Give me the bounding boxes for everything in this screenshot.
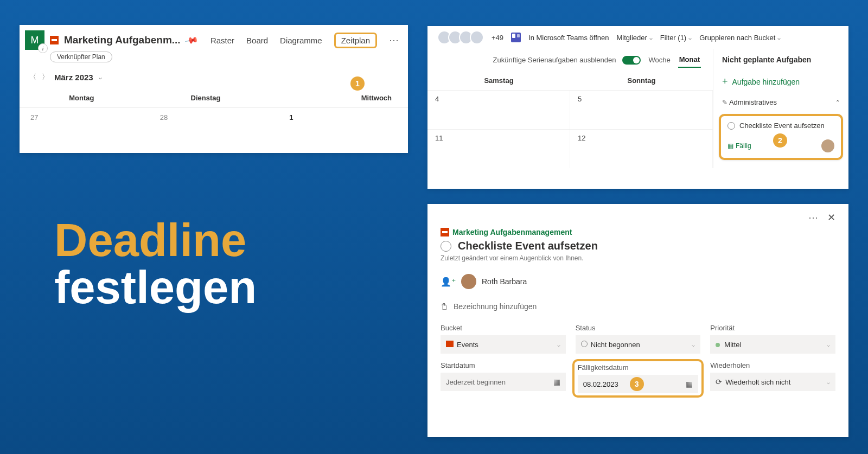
member-avatars[interactable] — [437, 30, 484, 44]
plan-logo — [50, 36, 59, 44]
hide-recurring-label: Zukünftige Serienaufgaben ausblenden — [493, 56, 616, 64]
duedate-label: Fälligkeitsdatum — [578, 363, 699, 372]
plus-icon: + — [722, 76, 728, 87]
plan-tile-letter: M — [31, 35, 39, 46]
open-in-teams-link[interactable]: In Microsoft Teams öffnen — [528, 34, 609, 42]
status-dropdown[interactable]: Nicht begonnen ⌵ — [576, 335, 701, 354]
more-members-count[interactable]: +49 — [492, 34, 503, 42]
month-label[interactable]: März 2023 — [54, 73, 93, 82]
chevron-down-icon: ⌵ — [827, 342, 830, 348]
more-menu-icon[interactable]: ⋯ — [389, 34, 399, 46]
tab-board[interactable]: Board — [246, 36, 268, 45]
cell-12[interactable]: 12 — [570, 130, 713, 168]
panel-zeitplan: M i Marketing Aufgabenm... 📌 Raster Boar… — [20, 25, 408, 153]
headline-line2: festlegen — [54, 263, 257, 311]
add-task-label: Aufgabe hinzufügen — [732, 78, 800, 86]
task-card[interactable]: Checkliste Event aufsetzen ▦ Fällig 2 — [719, 114, 843, 160]
calendar-month: Zukünftige Serienaufgaben ausblenden Woc… — [427, 49, 713, 168]
close-icon[interactable]: ✕ — [827, 212, 835, 223]
day-sun: Sonntag — [570, 71, 713, 90]
plan-logo-icon — [441, 228, 449, 236]
day-sat: Samstag — [427, 71, 570, 90]
repeat-icon: ⟳ — [716, 378, 722, 386]
tab-zeitplan[interactable]: Zeitplan — [334, 33, 377, 48]
view-week-tab[interactable]: Woche — [647, 53, 671, 67]
panel-task-detail: ⋯ ✕ Marketing Aufgabenmanagement Checkli… — [427, 204, 848, 437]
day-wed: Mittwoch — [267, 88, 408, 107]
pencil-icon: ✎ — [722, 99, 727, 106]
chevron-down-icon: ⌵ — [557, 342, 560, 348]
chevron-up-icon: ⌃ — [835, 99, 840, 105]
teams-icon — [511, 33, 521, 42]
status-label: Status — [576, 324, 701, 332]
priority-dot-icon — [716, 343, 720, 347]
pin-icon[interactable]: 📌 — [184, 33, 199, 47]
priority-dropdown[interactable]: Mittel ⌵ — [710, 335, 835, 354]
view-month-tab[interactable]: Monat — [678, 52, 701, 68]
task-title[interactable]: Checkliste Event aufsetzen — [458, 240, 598, 252]
unplanned-tasks-header: Nicht geplante Aufgaben — [719, 49, 843, 71]
assignee-row[interactable]: 👤⁺ Roth Barbara — [441, 274, 835, 289]
month-dropdown-icon[interactable]: ⌵ — [99, 74, 102, 80]
unplanned-tasks-panel: Nicht geplante Aufgaben + Aufgabe hinzuf… — [713, 49, 848, 168]
members-dropdown[interactable]: Mitglieder⌵ — [616, 34, 652, 42]
add-label-button[interactable]: 🏷 Bezeichnung hinzufügen — [441, 302, 835, 311]
callout-2: 2 — [773, 133, 787, 148]
calendar-icon: ▦ — [553, 378, 560, 386]
assignee-name: Roth Barbara — [482, 277, 527, 286]
status-circle-icon — [581, 341, 588, 347]
bucket-header-admin[interactable]: ✎ Administratives ⌃ — [719, 93, 843, 112]
add-person-icon[interactable]: 👤⁺ — [441, 277, 456, 287]
calendar-header: Montag Dienstag Mittwoch — [20, 88, 408, 107]
cell-1[interactable]: 1 — [278, 107, 408, 127]
bucket-label: Bucket — [441, 324, 566, 332]
last-changed-text: Zuletzt geändert vor einem Augenblick vo… — [441, 254, 835, 262]
task-card-title: Checkliste Event aufsetzen — [739, 122, 825, 130]
add-task-button[interactable]: + Aufgabe hinzufügen — [719, 71, 843, 93]
calendar-icon: ▦ — [727, 142, 733, 150]
panel-calendar-side: +49 In Microsoft Teams öffnen Mitglieder… — [427, 26, 848, 189]
callout-1: 1 — [350, 76, 365, 91]
priority-label: Priorität — [710, 324, 835, 332]
groupby-dropdown[interactable]: Gruppieren nach Bucket⌵ — [699, 34, 781, 42]
cell-28[interactable]: 28 — [149, 107, 279, 127]
calendar-icon: ▦ — [686, 380, 693, 388]
next-month-icon[interactable]: 〉 — [42, 72, 49, 82]
tag-icon: 🏷 — [440, 303, 449, 310]
filter-dropdown[interactable]: Filter (1)⌵ — [660, 34, 692, 42]
calendar-row: 27 28 1 — [20, 107, 408, 127]
prev-month-icon[interactable]: 〈 — [29, 72, 36, 82]
hide-recurring-toggle[interactable] — [622, 56, 641, 65]
chevron-down-icon: ⌵ — [692, 342, 695, 348]
task-more-icon[interactable]: ⋯ — [808, 212, 819, 223]
tab-raster[interactable]: Raster — [210, 36, 234, 45]
day-tue: Dienstag — [144, 88, 268, 107]
duedate-highlight: Fälligkeitsdatum 08.02.2023 ▦ 3 — [572, 359, 704, 398]
due-text: Fällig — [736, 142, 751, 150]
callout-3: 3 — [630, 377, 644, 391]
repeat-label: Wiederholen — [710, 361, 835, 369]
repeat-dropdown[interactable]: ⟳Wiederholt sich nicht ⌵ — [710, 373, 835, 391]
duedate-input[interactable]: 08.02.2023 ▦ 3 — [578, 375, 699, 393]
startdate-label: Startdatum — [441, 361, 566, 369]
day-mon: Montag — [20, 88, 144, 107]
complete-circle-icon[interactable] — [441, 241, 451, 252]
linked-plan-pill[interactable]: Verknüpfter Plan — [50, 52, 112, 62]
cell-5[interactable]: 5 — [570, 91, 713, 129]
headline: Deadline festlegen — [54, 217, 257, 311]
info-icon[interactable]: i — [38, 43, 48, 53]
headline-line1: Deadline — [54, 217, 257, 263]
plan-breadcrumb[interactable]: Marketing Aufgabenmanagement — [441, 228, 835, 236]
bucket-color-icon — [446, 341, 454, 347]
tab-diagramme[interactable]: Diagramme — [280, 36, 322, 45]
startdate-input[interactable]: Jederzeit beginnen ▦ — [441, 373, 566, 391]
cell-4[interactable]: 4 — [427, 91, 570, 129]
avatar — [470, 30, 484, 44]
chevron-down-icon: ⌵ — [827, 379, 830, 385]
view-tabs: Raster Board Diagramme Zeitplan ⋯ — [210, 33, 399, 48]
cell-27[interactable]: 27 — [20, 107, 149, 127]
due-indicator: ▦ Fällig — [727, 142, 751, 150]
cell-11[interactable]: 11 — [427, 130, 570, 168]
bucket-dropdown[interactable]: Events ⌵ — [441, 335, 566, 354]
complete-circle-icon[interactable] — [727, 122, 735, 130]
